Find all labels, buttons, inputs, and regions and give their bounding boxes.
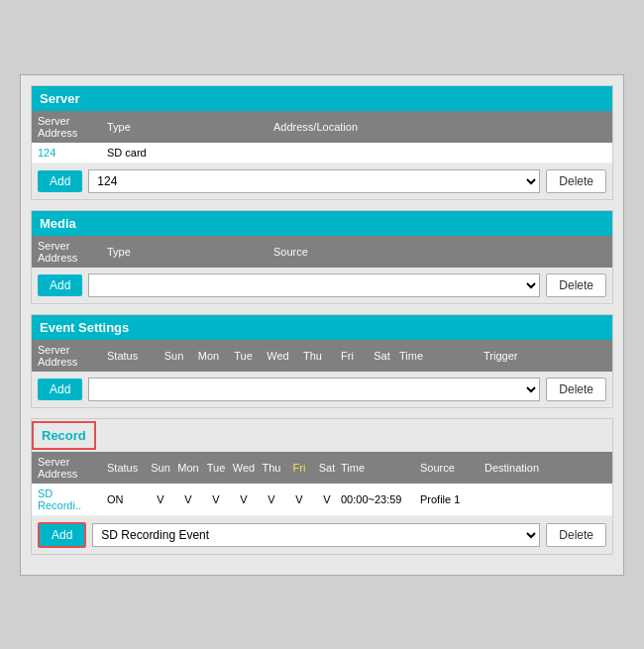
media-section: Media Server Address Type Source Add Del… <box>31 210 613 304</box>
event-header-status: Status <box>107 350 157 362</box>
event-settings-header: Server Address Status Sun Mon Tue Wed Th… <box>32 340 612 372</box>
server-section: Server Server Address Type Address/Locat… <box>31 85 613 200</box>
record-row-tue: V <box>202 493 230 505</box>
record-row-address: SD Recordi.. <box>38 487 107 511</box>
media-delete-button[interactable]: Delete <box>546 273 606 297</box>
media-table-header: Server Address Type Source <box>32 236 612 268</box>
record-header-wed: Wed <box>230 462 258 474</box>
record-header-destination: Destination <box>484 462 559 474</box>
record-header-address: Server Address <box>38 456 107 480</box>
record-delete-button[interactable]: Delete <box>546 523 606 547</box>
server-header-type: Type <box>107 121 273 133</box>
media-action-row: Add Delete <box>32 268 612 303</box>
record-row-sat: V <box>313 493 341 505</box>
event-header-address: Server Address <box>38 344 107 368</box>
event-add-button[interactable]: Add <box>38 379 82 400</box>
event-delete-button[interactable]: Delete <box>546 378 606 401</box>
server-table-header: Server Address Type Address/Location <box>32 111 612 143</box>
record-sd-link[interactable]: SD Recordi.. <box>38 487 81 511</box>
event-header-trigger: Trigger <box>483 350 538 362</box>
server-dropdown[interactable]: 124 <box>88 169 540 193</box>
record-header-fri: Fri <box>285 462 313 474</box>
record-row: SD Recordi.. ON V V V V V V V 00:00~23:5… <box>32 484 612 516</box>
event-settings-section: Event Settings Server Address Status Sun… <box>31 314 613 408</box>
record-row-sun: V <box>147 493 174 505</box>
event-dropdown[interactable] <box>88 378 540 401</box>
event-header-thu: Thu <box>295 350 330 362</box>
server-address-value[interactable]: 124 <box>38 147 107 159</box>
media-header-address: Server Address <box>38 240 107 264</box>
media-header-source: Source <box>273 246 606 258</box>
record-section-header-container: Record <box>32 419 612 452</box>
media-dropdown[interactable] <box>88 273 540 297</box>
record-header-sun: Sun <box>147 462 174 474</box>
record-header-time: Time <box>341 462 420 474</box>
record-add-button[interactable]: Add <box>38 522 86 548</box>
record-row-time: 00:00~23:59 <box>341 493 420 505</box>
event-header-fri: Fri <box>330 350 365 362</box>
record-row-wed: V <box>230 493 258 505</box>
main-container: Server Server Address Type Address/Locat… <box>20 74 624 576</box>
event-header-wed: Wed <box>261 350 295 362</box>
record-header-thu: Thu <box>258 462 285 474</box>
record-header-tue: Tue <box>202 462 230 474</box>
event-header-sun: Sun <box>157 350 191 362</box>
server-header-address: Server Address <box>38 115 107 139</box>
server-add-button[interactable]: Add <box>38 170 82 192</box>
server-action-row: Add 124 Delete <box>32 163 612 199</box>
record-row-status: ON <box>107 493 147 505</box>
record-header-sat: Sat <box>313 462 341 474</box>
record-row-source: Profile 1 <box>420 493 484 505</box>
event-header-time: Time <box>399 350 483 362</box>
record-header-source: Source <box>420 462 484 474</box>
server-header-location: Address/Location <box>273 121 606 133</box>
server-row: 124 SD card <box>32 143 612 163</box>
event-header-mon: Mon <box>191 350 226 362</box>
event-header-tue: Tue <box>226 350 261 362</box>
event-settings-title: Event Settings <box>32 315 612 340</box>
record-title: Record <box>32 421 96 450</box>
record-row-mon: V <box>174 493 202 505</box>
record-header-status: Status <box>107 462 147 474</box>
record-header-mon: Mon <box>174 462 202 474</box>
record-table-header: Server Address Status Sun Mon Tue Wed Th… <box>32 452 612 484</box>
record-row-fri: V <box>285 493 313 505</box>
media-header-type: Type <box>107 246 273 258</box>
media-add-button[interactable]: Add <box>38 274 82 296</box>
event-action-row: Add Delete <box>32 372 612 407</box>
record-dropdown[interactable]: SD Recording Event <box>92 523 540 547</box>
record-row-thu: V <box>258 493 285 505</box>
server-title: Server <box>32 86 612 111</box>
record-section: Record Server Address Status Sun Mon Tue… <box>31 418 613 555</box>
media-title: Media <box>32 211 612 236</box>
server-type-value: SD card <box>107 147 273 159</box>
record-action-row: Add SD Recording Event Delete <box>32 516 612 554</box>
server-delete-button[interactable]: Delete <box>546 169 606 193</box>
event-header-sat: Sat <box>365 350 399 362</box>
